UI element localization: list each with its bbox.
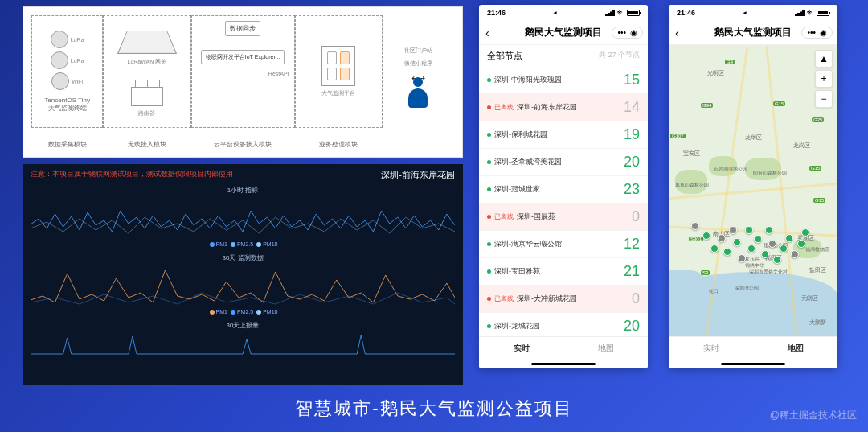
list-item[interactable]: 深圳-中海阳光玫瑰园15 [479,67,648,94]
map-marker[interactable] [801,228,809,237]
map-marker[interactable] [768,240,776,248]
back-icon[interactable]: ‹ [675,27,679,39]
node-name: 深圳-冠城世家 [494,184,540,195]
map-marker[interactable] [718,234,726,242]
list-item[interactable]: 已离线深圳-前海东岸花园14 [479,94,648,121]
list-item[interactable]: 深圳-宝田雅苑21 [479,258,648,286]
map-label: 深圳市民俗文化村 [749,269,788,276]
zoom-out-button[interactable]: − [815,90,833,108]
wifi-icon: ᯤ [617,9,624,17]
monitoring-dashboard: 注意：本项目属于物联网测试项目，测试数据仅限项目内部使用 深圳-前海东岸花园 1… [23,164,463,385]
node-name: 深圳-龙城花园 [494,321,540,331]
map-canvas[interactable]: ▲ + − 光明区宝安区龙华区南山区福田区罗湖区龙岗区盐田区大鹏新元朗区石岩湖湿… [669,45,837,336]
tab-bar: 实时 地图 [669,336,837,359]
map-marker[interactable] [765,226,773,234]
col1-footer: 数据采集模块 [48,140,87,149]
node-value: 20 [624,154,640,171]
node-value: 14 [624,99,640,116]
map-label: 龙华区 [745,134,762,142]
wifi-icon: ᯤ [807,9,814,17]
home-indicator[interactable] [479,359,648,368]
list-item[interactable]: 已离线深圳-大冲新城花园0 [479,286,648,313]
dashboard-location: 深圳-前海东岸花园 [381,169,455,181]
phone-list-screen: 21:46◂ ᯤ ‹ 鹅民大气监测项目 •••◉ 全部节点 共 27 个节点 深… [479,5,648,368]
node-name: 深圳-满京华云㬢公馆 [494,239,562,249]
status-dot-icon [487,160,491,164]
list-item[interactable]: 已离线深圳-国展苑0 [479,204,648,231]
zoom-in-button[interactable]: + [815,70,833,88]
node-value: 21 [624,263,640,280]
miniapp-capsule[interactable]: •••◉ [801,27,833,39]
road-shield-icon: G94 [701,103,713,108]
battery-icon [627,10,640,16]
user-icon [408,88,428,108]
router-icon [131,87,163,106]
road-shield-icon: G25 [812,117,824,122]
map-marker[interactable] [797,240,805,248]
node-value: 0 [632,208,640,225]
tab-bar: 实时 地图 [479,336,648,359]
map-marker[interactable] [780,245,788,253]
node-value: 15 [624,72,640,88]
tab-map[interactable]: 地图 [563,337,648,359]
map-marker[interactable] [738,254,746,262]
map-marker[interactable] [702,232,710,240]
gateway-icon [117,31,177,54]
battery-icon [817,10,829,16]
road-shield-icon: G15 [813,198,825,203]
status-bar: 21:46◂ ᯤ [479,5,648,21]
compass-button[interactable]: ▲ [815,50,833,68]
signal-icon [795,10,805,16]
node-list[interactable]: 深圳-中海阳光玫瑰园15已离线深圳-前海东岸花园14深圳-保利城花园19深圳-圣… [479,67,648,336]
map-label: 元朗区 [801,294,818,302]
tab-map[interactable]: 地图 [753,337,837,359]
node-name: 深圳-国展苑 [517,212,555,222]
chart-reports [31,331,455,360]
status-dot-icon [487,269,491,274]
map-marker[interactable] [723,248,731,256]
chart-30day [31,264,455,307]
back-icon[interactable]: ‹ [485,27,489,39]
offline-tag: 已离线 [494,294,514,303]
offline-tag: 已离线 [494,103,514,112]
map-label: 盐田区 [809,266,826,274]
nav-bar: ‹ 鹅民大气监测项目 •••◉ [669,21,837,45]
map-marker[interactable] [785,234,793,242]
map-marker[interactable] [710,245,719,253]
list-item[interactable]: 深圳-冠城世家23 [479,176,648,204]
map-label: 锦绣中华 [745,262,764,269]
list-item[interactable]: 深圳-龙城花园20 [479,313,648,336]
map-marker[interactable] [733,238,741,246]
map-label: 龙岗区 [793,142,810,150]
list-item[interactable]: 深圳-保利城花园19 [479,121,648,149]
node-value: 23 [624,181,640,198]
map-marker[interactable] [791,250,799,258]
map-marker[interactable] [747,245,755,253]
map-marker[interactable] [761,250,769,258]
road-shield-icon: G15 [773,101,785,106]
miniapp-capsule[interactable]: •••◉ [612,27,643,39]
offline-tag: 已离线 [494,212,514,221]
map-label: 仙湖植物园 [805,246,829,253]
map-marker[interactable] [754,235,762,243]
map-label: 凤凰山森林公园 [675,182,709,189]
map-marker[interactable] [729,226,737,234]
status-dot-icon [487,215,491,219]
tab-realtime[interactable]: 实时 [669,337,753,359]
tab-realtime[interactable]: 实时 [479,337,563,359]
map-marker[interactable] [773,256,781,264]
node-value: 12 [624,236,640,253]
status-dot-icon [487,242,491,246]
list-item[interactable]: 深圳-圣拿威湾美花园20 [479,149,648,176]
watermark: @稀土掘金技术社区 [770,409,857,422]
architecture-diagram: LoRa LoRa WiFi TencentOS Tiny 大气监测终端 数据采… [23,6,463,158]
map-label: 石岩湖湿地公园 [714,166,747,173]
list-item[interactable]: 深圳-满京华云㬢公馆12 [479,231,648,258]
home-indicator[interactable] [669,359,837,368]
warning-text: 注意：本项目属于物联网测试项目，测试数据仅限项目内部使用 [31,170,233,178]
map-marker[interactable] [745,226,753,234]
map-label: 光明区 [707,69,724,77]
map-marker[interactable] [691,222,699,230]
node-name: 深圳-大冲新城花园 [517,294,577,304]
node-name: 深圳-前海东岸花园 [517,102,577,113]
